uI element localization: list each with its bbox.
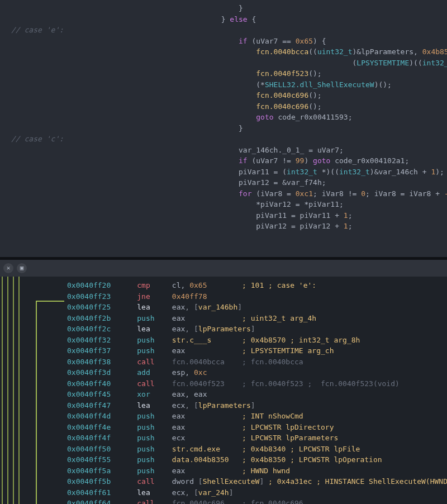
operand: dword xyxy=(172,477,198,486)
address: 0x0040ff3d xyxy=(67,368,137,377)
operand: fcn.0040c696 xyxy=(172,499,225,504)
address: 0x0040ff5a xyxy=(67,467,137,475)
disassembly-pane[interactable]: 0x0040ff20 cmp cl, 0x65 ; 101 ; case 'e'… xyxy=(0,277,447,504)
operand: , [ xyxy=(185,325,198,333)
operand: ecx xyxy=(172,401,185,410)
asm-line[interactable]: 0x0040ff47 lea ecx, [lpParameters] xyxy=(67,400,447,411)
operand: , xyxy=(185,390,194,398)
token: piVar11 = ( xyxy=(239,168,287,176)
code-line[interactable]: var_146ch._0_1_ = uVar7; xyxy=(11,145,447,156)
asm-line[interactable]: 0x0040ff25 lea eax, [var_146bh] xyxy=(67,302,447,313)
operand: eax xyxy=(172,423,185,431)
mnemonic: push xyxy=(137,336,172,344)
token: else xyxy=(230,15,247,23)
token: { xyxy=(248,15,256,23)
token: fcn.0040bcca xyxy=(256,47,308,56)
token: ) xyxy=(304,156,313,165)
operand: var_146bh xyxy=(198,303,237,311)
code-line[interactable]: piVar11 = piVar11 + 1; xyxy=(11,210,447,221)
panel-icon[interactable]: ▣ xyxy=(17,263,27,273)
asm-line[interactable]: 0x0040ff4e push eax ; LPCWSTR lpDirector… xyxy=(67,422,447,433)
code-line[interactable]: if (uVar7 == 0x65) { xyxy=(11,36,447,47)
code-line[interactable]: for (iVar8 = 0xc1; iVar8 != 0; iVar8 = i… xyxy=(11,188,447,199)
token: fcn.0040c696 xyxy=(256,102,308,111)
asm-comment: ; 0x4b8350 ; LPCWSTR lpOperation xyxy=(242,455,382,464)
token: 1 xyxy=(344,222,348,230)
asm-line[interactable]: 0x0040ff40 call fcn.0040f523 ; fcn.0040f… xyxy=(67,378,447,389)
token: ; iVar8 = iVar8 + xyxy=(365,189,444,198)
token: if xyxy=(239,37,248,45)
asm-line[interactable]: 0x0040ff64 call fcn.0040c696 ; fcn.0040c… xyxy=(67,498,447,504)
operand: eax xyxy=(194,390,207,398)
asm-line[interactable]: 0x0040ff3d add esp, 0xc xyxy=(67,367,447,378)
decompiler-pane[interactable]: } } else {// case 'e': if (uVar7 == 0x65… xyxy=(0,0,447,257)
token: 0xc1 xyxy=(296,189,313,198)
asm-line[interactable]: 0x0040ff38 call fcn.0040bcca ; fcn.0040b… xyxy=(67,356,447,368)
token: ; xyxy=(348,211,353,220)
operand: 0xc xyxy=(194,368,207,377)
code-line[interactable]: // case 'c': xyxy=(11,134,447,145)
address: 0x0040ff5b xyxy=(67,477,137,486)
asm-line[interactable]: 0x0040ff50 push str.cmd.exe ; 0x4b8340 ;… xyxy=(67,444,447,455)
asm-line[interactable]: 0x0040ff37 push eax ; LPSYSTEMTIME arg_c… xyxy=(67,345,447,356)
operand: ShellExecuteW xyxy=(203,477,260,486)
token: (iVar8 = xyxy=(251,189,295,198)
asm-line[interactable]: 0x0040ff20 cmp cl, 0x65 ; 101 ; case 'e'… xyxy=(67,280,447,291)
code-line[interactable]: } xyxy=(11,123,447,134)
asm-line[interactable]: 0x0040ff4f push ecx ; LPCWSTR lpParamete… xyxy=(67,432,447,444)
mnemonic: call xyxy=(137,477,172,486)
operand: ] xyxy=(259,477,264,486)
code-line[interactable]: } else { xyxy=(11,14,447,25)
asm-line[interactable]: 0x0040ff32 push str.c___s ; 0x4b8570 ; i… xyxy=(67,335,447,346)
address: 0x0040ff4d xyxy=(67,412,137,420)
token: 0x65 xyxy=(296,37,313,45)
code-line[interactable]: (*SHELL32.dll_ShellExecuteW)(); xyxy=(11,79,447,91)
asm-comment: ; 0x4a31ec ; HINSTANCE ShellExecuteW(HWN… xyxy=(268,477,447,486)
address: 0x0040ff20 xyxy=(67,281,137,289)
asm-line[interactable]: 0x0040ff23 jne 0x40ff78 xyxy=(67,291,447,302)
asm-line[interactable]: 0x0040ff5b call dword [ShellExecuteW] ; … xyxy=(67,476,447,487)
code-line[interactable]: fcn.0040c696(); xyxy=(11,90,447,101)
decompiler-code[interactable]: } } else {// case 'e': if (uVar7 == 0x65… xyxy=(11,3,447,232)
code-line[interactable]: piVar11 = (int32_t *)((int32_t)&var_146c… xyxy=(11,167,447,178)
token: ) { xyxy=(313,37,326,45)
disassembly-code[interactable]: 0x0040ff20 cmp cl, 0x65 ; 101 ; case 'e'… xyxy=(67,277,447,504)
asm-line[interactable]: 0x0040ff5a push eax ; HWND hwnd xyxy=(67,465,447,477)
code-line[interactable]: goto code_r0x00411593; xyxy=(11,112,447,123)
asm-line[interactable]: 0x0040ff4d push eax ; INT nShowCmd xyxy=(67,411,447,422)
asm-line[interactable]: 0x0040ff61 lea ecx, [var_24h] xyxy=(67,487,447,498)
token: 0 xyxy=(361,189,365,198)
close-icon[interactable]: ✕ xyxy=(3,263,13,273)
code-line[interactable]: fcn.0040bcca((uint32_t)&lpParameters, 0x… xyxy=(11,46,447,58)
asm-line[interactable]: 0x0040ff2c lea eax, [lpParameters] xyxy=(67,324,447,335)
code-line[interactable]: fcn.0040f523(); xyxy=(11,68,447,79)
code-line[interactable]: if (uVar7 != 99) goto code_r0x004102a1; xyxy=(11,155,447,167)
token: (); xyxy=(308,69,321,78)
code-line[interactable]: piVar12 = &var_f74h; xyxy=(11,177,447,188)
asm-line[interactable]: 0x0040ff2b push eax ; uint32_t arg_4h xyxy=(67,313,447,324)
code-line[interactable]: (LPSYSTEMTIME)((int32_t)&var_146ch + 1))… xyxy=(11,58,447,69)
operand: , [ xyxy=(185,488,198,497)
address: 0x0040ff23 xyxy=(67,292,137,301)
mnemonic: add xyxy=(137,368,172,377)
token: 99 xyxy=(296,156,305,165)
asm-line[interactable]: 0x0040ff55 push data.004b8350 ; 0x4b8350… xyxy=(67,454,447,465)
operand: fcn.0040bcca xyxy=(172,358,225,366)
operand: eax xyxy=(172,412,185,420)
code-line[interactable]: fcn.0040c696(); xyxy=(11,101,447,112)
mnemonic: push xyxy=(137,467,172,475)
token: (uVar7 != xyxy=(248,156,296,165)
flow-gutter xyxy=(0,277,67,504)
token: )(( xyxy=(409,59,422,67)
asm-line[interactable]: 0x0040ff45 xor eax, eax xyxy=(67,389,447,400)
token: code_r0x00411593; xyxy=(274,113,353,121)
operand: lpParameters xyxy=(198,401,251,410)
mnemonic: call xyxy=(137,358,172,366)
mnemonic: call xyxy=(137,379,172,388)
code-line[interactable]: } xyxy=(11,3,447,14)
code-line[interactable]: piVar12 = piVar12 + 1; xyxy=(11,221,447,232)
address: 0x0040ff64 xyxy=(67,499,137,504)
operand: ] xyxy=(251,401,255,410)
code-line[interactable]: // case 'e': xyxy=(11,25,447,36)
code-line[interactable]: *piVar12 = *piVar11; xyxy=(11,199,447,210)
